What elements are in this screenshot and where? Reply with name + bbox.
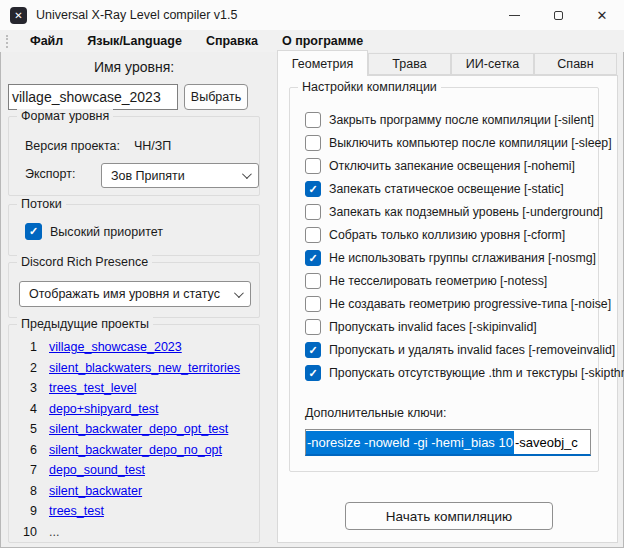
project-number: 4 <box>9 402 37 416</box>
previous-projects-group: Предыдущие проекты 1 village_showcase_20… <box>8 324 260 543</box>
checkbox-label: Не создавать геометрию progressive-типа … <box>329 297 611 311</box>
threads-group: Потоки Высокий приоритет <box>8 204 260 256</box>
extra-keys-selected-text: -noresize -noweld -gi -hemi_bias 10 <box>306 431 514 454</box>
checkbox-row-sleep[interactable]: Выключить компьютер после компиляции [-s… <box>305 134 592 153</box>
tab-spawn[interactable]: Спавн <box>534 53 617 75</box>
checkbox-underground[interactable] <box>305 204 321 220</box>
checkbox-row-silent[interactable]: Закрыть программу после компиляции [-sil… <box>305 111 592 130</box>
checkbox-removeinvalid[interactable] <box>305 342 321 358</box>
project-row: 10 ... <box>9 522 259 543</box>
menu-bar: Файл Язык/Language Справка О программе <box>0 30 624 52</box>
project-link[interactable]: trees_test <box>49 504 104 518</box>
menu-language[interactable]: Язык/Language <box>75 34 194 48</box>
checkbox-row-underground[interactable]: Запекать как подземный уровень [-undergr… <box>305 203 592 222</box>
checkbox-sleep[interactable] <box>305 135 321 151</box>
checkbox-label: Отключить запекание освещения [-nohemi] <box>329 159 575 173</box>
close-button[interactable]: ✕ <box>580 0 624 30</box>
checkbox-cform[interactable] <box>305 227 321 243</box>
chevron-down-icon <box>234 288 244 298</box>
checkbox-label: Собрать только коллизию уровня [-cform] <box>329 228 565 242</box>
window-controls: ✕ <box>492 0 624 30</box>
menu-about[interactable]: О программе <box>270 34 375 48</box>
high-priority-checkbox-row[interactable]: Высокий приоритет <box>25 223 163 240</box>
checkbox-label: Выключить компьютер после компиляции [-s… <box>329 136 612 150</box>
high-priority-checkbox[interactable] <box>25 223 42 240</box>
project-row: 1 village_showcase_2023 <box>9 337 259 358</box>
checkbox-row-skipinvalid[interactable]: Пропускать invalid faces [-skipinvalid] <box>305 318 592 337</box>
level-format-group-title: Формат уровня <box>17 109 113 123</box>
checkbox-silent[interactable] <box>305 112 321 128</box>
menu-grip-icon <box>6 35 8 48</box>
project-link[interactable]: village_showcase_2023 <box>49 340 182 354</box>
checkbox-label: Не использовать группы сглаживания [-nos… <box>329 251 596 265</box>
compilation-settings-group: Настройки компиляции Закрыть программу п… <box>289 87 599 472</box>
maximize-button[interactable] <box>536 0 580 30</box>
menu-help[interactable]: Справка <box>194 34 270 48</box>
geometry-tab-panel: Настройки компиляции Закрыть программу п… <box>277 75 618 543</box>
checkbox-row-nohemi[interactable]: Отключить запекание освещения [-nohemi] <box>305 157 592 176</box>
project-number: 5 <box>9 422 37 436</box>
menu-file[interactable]: Файл <box>18 34 75 48</box>
level-format-group: Формат уровня Версия проекта: ЧН/ЗП Эксп… <box>8 116 260 196</box>
checkbox-static[interactable] <box>305 181 321 197</box>
project-number: 3 <box>9 381 37 395</box>
checkbox-label: Закрыть программу после компиляции [-sil… <box>329 113 594 127</box>
discord-group: Discord Rich Presence Отображать имя уро… <box>8 262 260 318</box>
project-version-value: ЧН/ЗП <box>134 139 171 153</box>
checkbox-notess[interactable] <box>305 273 321 289</box>
discord-presence-dropdown[interactable]: Отображать имя уровня и статус <box>19 281 251 307</box>
project-row: 7 depo_sound_test <box>9 460 259 481</box>
project-version-label: Версия проекта: <box>25 139 120 153</box>
checkbox-label: Запекать как подземный уровень [-undergr… <box>329 205 603 219</box>
checkbox-label: Пропускать invalid faces [-skipinvalid] <box>329 320 537 334</box>
checkbox-noise[interactable] <box>305 296 321 312</box>
level-name-input[interactable]: village_showcase_2023 <box>8 84 178 110</box>
project-link[interactable]: silent_backwater_depo_opt_test <box>49 422 228 436</box>
project-link[interactable]: ... <box>49 525 59 539</box>
checkbox-row-nosmg[interactable]: Не использовать группы сглаживания [-nos… <box>305 249 592 268</box>
checkbox-label: Пропускать и удалять invalid faces [-rem… <box>329 343 615 357</box>
checkbox-label: Не тесселировать геометрию [-notess] <box>329 274 547 288</box>
checkbox-label: Запекать статическое освещение [-static] <box>329 182 564 196</box>
extra-keys-rest-text: -saveobj_c <box>514 435 578 450</box>
project-link[interactable]: silent_blackwaters_new_territories <box>49 361 240 375</box>
export-dropdown-value: Зов Припяти <box>111 169 185 183</box>
export-dropdown[interactable]: Зов Припяти <box>101 163 259 188</box>
app-window: ✕ Universal X-Ray Level compiler v1.5 ✕ … <box>0 0 624 548</box>
checkbox-row-removeinvalid[interactable]: Пропускать и удалять invalid faces [-rem… <box>305 341 592 360</box>
previous-projects-group-title: Предыдущие проекты <box>17 317 153 331</box>
project-number: 6 <box>9 443 37 457</box>
checkbox-row-static[interactable]: Запекать статическое освещение [-static] <box>305 180 592 199</box>
checkbox-skipinvalid[interactable] <box>305 319 321 335</box>
maximize-icon <box>554 11 563 20</box>
tab-grass[interactable]: Трава <box>368 53 451 75</box>
project-number: 8 <box>9 484 37 498</box>
tab-geometry[interactable]: Геометрия <box>277 50 368 76</box>
checkbox-skipthm[interactable] <box>305 365 321 381</box>
project-row: 9 trees_test <box>9 501 259 522</box>
checkbox-nohemi[interactable] <box>305 158 321 174</box>
minimize-icon <box>509 15 520 16</box>
choose-level-button[interactable]: Выбрать <box>184 84 248 110</box>
compilation-settings-group-title: Настройки компиляции <box>298 80 441 94</box>
minimize-button[interactable] <box>492 0 536 30</box>
project-link[interactable]: depo_sound_test <box>49 463 145 477</box>
project-link[interactable]: silent_backwater_depo_no_opt <box>49 443 222 457</box>
project-link[interactable]: depo+shipyard_test <box>49 402 158 416</box>
project-row: 3 trees_test_level <box>9 378 259 399</box>
previous-projects-list: 1 village_showcase_2023 2 silent_blackwa… <box>9 337 259 542</box>
start-compilation-button[interactable]: Начать компиляцию <box>345 502 553 530</box>
checkbox-row-skipthm[interactable]: Пропускать отсутствующие .thm и текстуры… <box>305 364 592 383</box>
tab-ai-map[interactable]: ИИ-сетка <box>451 53 534 75</box>
checkbox-row-notess[interactable]: Не тесселировать геометрию [-notess] <box>305 272 592 291</box>
checkbox-nosmg[interactable] <box>305 250 321 266</box>
project-link[interactable]: silent_backwater <box>49 484 142 498</box>
project-row: 8 silent_backwater <box>9 481 259 502</box>
extra-keys-input[interactable]: -noresize -noweld -gi -hemi_bias 10 -sav… <box>305 429 591 456</box>
checkbox-row-noise[interactable]: Не создавать геометрию progressive-типа … <box>305 295 592 314</box>
project-number: 10 <box>9 525 37 539</box>
checkbox-row-cform[interactable]: Собрать только коллизию уровня [-cform] <box>305 226 592 245</box>
project-row: 6 silent_backwater_depo_no_opt <box>9 440 259 461</box>
app-icon: ✕ <box>10 7 27 24</box>
project-link[interactable]: trees_test_level <box>49 381 137 395</box>
